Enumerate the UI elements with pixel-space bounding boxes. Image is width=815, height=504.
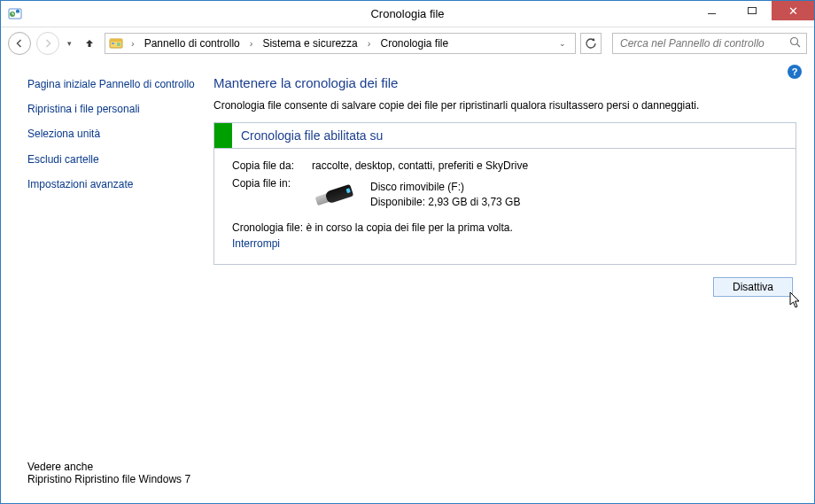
chevron-right-icon[interactable]: › bbox=[245, 38, 258, 49]
search-icon bbox=[789, 36, 801, 50]
page-heading: Mantenere la cronologia dei file bbox=[213, 75, 796, 90]
sidebar-item-recovery[interactable]: Ripristino bbox=[27, 473, 72, 485]
sidebar-item-restore-files[interactable]: Ripristina i file personali bbox=[27, 102, 205, 116]
sidebar-item-advanced[interactable]: Impostazioni avanzate bbox=[27, 177, 205, 191]
sidebar: Pagina iniziale Pannello di controllo Ri… bbox=[27, 75, 205, 494]
breadcrumb-item-file-history[interactable]: Cronologia file bbox=[378, 37, 450, 50]
copying-status: Cronologia file: è in corso la copia dei… bbox=[232, 221, 787, 234]
destination-space: Disponibile: 2,93 GB di 3,73 GB bbox=[370, 195, 520, 210]
breadcrumb-dropdown-icon[interactable]: ⌄ bbox=[554, 39, 571, 48]
minimize-button[interactable] bbox=[692, 1, 732, 20]
main-panel: Mantenere la cronologia dei file Cronolo… bbox=[205, 75, 796, 494]
status-indicator-icon bbox=[214, 123, 232, 148]
see-also-heading: Vedere anche bbox=[27, 461, 205, 473]
app-icon bbox=[8, 7, 22, 21]
usb-drive-icon bbox=[314, 180, 360, 210]
svg-rect-4 bbox=[110, 39, 122, 42]
breadcrumb-item-system-security[interactable]: Sistema e sicurezza bbox=[260, 37, 359, 50]
svg-rect-5 bbox=[112, 43, 114, 44]
status-panel: Cronologia file abilitata su Copia file … bbox=[213, 122, 796, 265]
chevron-right-icon[interactable]: › bbox=[363, 38, 376, 49]
copy-from-value: raccolte, desktop, contatti, preferiti e… bbox=[312, 159, 528, 172]
up-button[interactable] bbox=[80, 34, 99, 53]
cursor-icon bbox=[789, 291, 802, 309]
sidebar-item-home[interactable]: Pagina iniziale Pannello di controllo bbox=[27, 77, 205, 91]
window: Cronologia file ✕ ▾ bbox=[0, 0, 815, 504]
destination-name: Disco rimovibile (F:) bbox=[370, 180, 520, 195]
chevron-right-icon[interactable]: › bbox=[127, 38, 139, 49]
help-button[interactable]: ? bbox=[788, 65, 802, 79]
titlebar: Cronologia file ✕ bbox=[1, 1, 814, 27]
breadcrumb[interactable]: › Pannello di controllo › Sistema e sicu… bbox=[105, 33, 576, 54]
sidebar-item-win7-recovery[interactable]: Ripristino file Windows 7 bbox=[74, 473, 190, 485]
svg-point-7 bbox=[791, 38, 798, 45]
sidebar-item-exclude-folders[interactable]: Escludi cartelle bbox=[27, 152, 205, 167]
status-title: Cronologia file abilitata su bbox=[232, 123, 392, 148]
nav-toolbar: ▾ › Pannello di controllo › Sistema e si… bbox=[1, 27, 814, 59]
search-input[interactable] bbox=[618, 36, 789, 50]
svg-rect-6 bbox=[117, 43, 120, 46]
close-button[interactable]: ✕ bbox=[772, 1, 814, 20]
refresh-button[interactable] bbox=[580, 33, 602, 54]
back-button[interactable] bbox=[8, 32, 31, 55]
history-dropdown-icon[interactable]: ▾ bbox=[65, 39, 74, 48]
page-description: Cronologia file consente di salvare copi… bbox=[213, 99, 796, 112]
sidebar-item-select-drive[interactable]: Seleziona unità bbox=[27, 127, 205, 141]
forward-button[interactable] bbox=[36, 32, 59, 55]
maximize-button[interactable] bbox=[732, 1, 772, 20]
svg-line-8 bbox=[797, 44, 801, 48]
control-panel-icon bbox=[109, 36, 123, 50]
copy-from-label: Copia file da: bbox=[232, 159, 312, 172]
svg-point-2 bbox=[16, 9, 19, 12]
copy-to-label: Copia file in: bbox=[232, 177, 312, 190]
sidebar-see-also: Vedere anche Ripristino Ripristino file … bbox=[27, 461, 205, 485]
interrupt-link[interactable]: Interrompi bbox=[232, 237, 787, 250]
turn-off-button[interactable]: Disattiva bbox=[713, 277, 793, 297]
search-box[interactable] bbox=[612, 33, 807, 54]
breadcrumb-item-control-panel[interactable]: Pannello di controllo bbox=[143, 37, 242, 50]
